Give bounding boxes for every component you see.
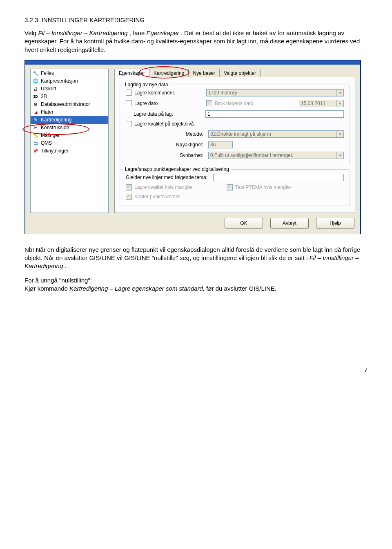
field-label: Synbarhet: bbox=[158, 152, 206, 158]
dialog-titlebar bbox=[25, 61, 360, 65]
ruler-icon: 📏 bbox=[32, 132, 39, 139]
globe-icon: 🌐 bbox=[32, 78, 39, 84]
hjelp-button[interactable]: Hjelp bbox=[316, 218, 354, 229]
chevron-down-icon: ▾ bbox=[336, 130, 344, 138]
checkbox-lagre-kvalitet-mangler bbox=[126, 184, 132, 190]
text: , fane bbox=[129, 29, 147, 36]
checkbox-lagre-dato[interactable] bbox=[126, 100, 132, 106]
surfaces-icon: ◪ bbox=[32, 109, 39, 115]
3d-icon: 3D bbox=[32, 93, 39, 100]
field-label: Lagre data på lag: bbox=[134, 111, 203, 117]
sidebar-item-label: Databaseadministrator bbox=[41, 101, 90, 107]
menu-path: Kartredigering – Lagre egenskaper som st… bbox=[69, 285, 206, 292]
sidebar-item-maalinger[interactable]: 📏 Målinger bbox=[31, 132, 108, 139]
settings-category-list[interactable]: 🔧 Felles 🌐 Kartpresentasjon 🖨 Utskrift 3… bbox=[30, 69, 109, 213]
gear-icon: ⚙ bbox=[32, 101, 39, 108]
checkbox-bruk-dagens-dato bbox=[206, 100, 212, 106]
intro-paragraph: Velg Fil – Innstillinger – Kartredigerin… bbox=[24, 29, 368, 54]
folder-icon: 🗀 bbox=[32, 140, 39, 146]
tab-panel-egenskaper: Lagring av nye data Lagre kommunenr. 172… bbox=[114, 77, 355, 213]
dato-field: 15.03.2011 bbox=[299, 100, 336, 107]
metode-field: 82:Direkte innlagt på skjerm bbox=[208, 130, 336, 138]
text: før du avslutter GIS/LINE. bbox=[206, 285, 276, 292]
tab-nye-baser[interactable]: Nye baser bbox=[188, 69, 220, 77]
ok-button[interactable]: OK bbox=[225, 218, 263, 229]
sidebar-item-label: 3D bbox=[41, 94, 47, 99]
sidebar-item-label: Kartpresentasjon bbox=[41, 78, 78, 84]
page-number: 7 bbox=[24, 366, 368, 373]
synbarhet-field: 0:Fullt ut synlig/gjenfinnbar i terrenge… bbox=[208, 152, 336, 159]
section-heading: 3.2.3. INNSTILLINGER KARTREDIGERING bbox=[24, 16, 368, 23]
sidebar-item-3d[interactable]: 3D 3D bbox=[31, 93, 108, 101]
settings-dialog: 🔧 Felles 🌐 Kartpresentasjon 🖨 Utskrift 3… bbox=[24, 60, 361, 234]
field-label: Gjelder nye linjer med følgende tema: bbox=[126, 175, 207, 180]
sidebar-item-databaseadmin[interactable]: ⚙ Databaseadministrator bbox=[31, 101, 108, 108]
group-lagring-nye-data: Lagring av nye data Lagre kommunenr. 172… bbox=[120, 85, 350, 165]
sidebar-item-kartredigering[interactable]: ✎ Kartredigering bbox=[31, 116, 108, 124]
tab-bar: Egenskaper Kartredigering Nye baser Valg… bbox=[114, 69, 355, 77]
checkbox-lagre-kommunenr[interactable] bbox=[126, 90, 132, 96]
checkbox-label: Kopier punktnummer bbox=[134, 194, 180, 199]
tool-icon: 🔧 bbox=[32, 70, 39, 76]
checkbox-tast-ptema bbox=[227, 184, 233, 190]
avoid-reset-paragraph: For å unngå "nullstilling": Kjør kommand… bbox=[24, 276, 368, 293]
checkbox-label: Lagre kvalitet på objektnivå bbox=[134, 121, 194, 127]
chevron-down-icon: ▾ bbox=[336, 152, 344, 159]
chevron-down-icon: ▾ bbox=[336, 89, 344, 96]
text: Velg bbox=[24, 29, 38, 36]
sidebar-item-label: Målinger bbox=[41, 132, 60, 138]
checkbox-label: Lagre kommunenr. bbox=[134, 90, 204, 96]
avbryt-button[interactable]: Avbryt bbox=[270, 218, 309, 229]
sidebar-item-label: Felles bbox=[41, 70, 54, 76]
tema-field[interactable] bbox=[213, 174, 344, 181]
pin-icon: 📌 bbox=[32, 148, 39, 154]
checkbox-lagre-kvalitet-objektnivaa[interactable] bbox=[126, 121, 132, 127]
tab-valgte-objekter[interactable]: Valgte objekter bbox=[219, 69, 261, 77]
group-legend: Lagre/snapp punktegenskaper ved digitali… bbox=[123, 166, 231, 172]
menu-path: Fil – Innstillinger – Kartredigering bbox=[38, 29, 127, 36]
text: Kjør kommando bbox=[24, 285, 69, 292]
lag-field[interactable]: 1 bbox=[205, 110, 344, 118]
field-label: Metode: bbox=[158, 131, 206, 137]
dialog-buttons: OK Avbryt Hjelp bbox=[25, 213, 360, 234]
group-lagre-snapp-punktegenskaper: Lagre/snapp punktegenskaper ved digitali… bbox=[120, 169, 350, 206]
group-legend: Lagring av nye data bbox=[123, 82, 169, 87]
noyaktighet-field: 36 bbox=[208, 141, 233, 148]
sidebar-item-utskrift[interactable]: 🖨 Utskrift bbox=[31, 85, 108, 93]
chevron-down-icon: ▾ bbox=[336, 100, 344, 107]
sidebar-item-kartpresentasjon[interactable]: 🌐 Kartpresentasjon bbox=[31, 77, 108, 85]
sidebar-item-flater[interactable]: ◪ Flater bbox=[31, 108, 108, 116]
sidebar-item-label: Flater bbox=[41, 109, 53, 115]
sidebar-item-label: Konstruksjon bbox=[41, 125, 69, 130]
text: Nb! bbox=[24, 246, 36, 253]
text: . bbox=[65, 262, 66, 269]
sidebar-item-label: Kartredigering bbox=[41, 117, 71, 123]
sidebar-item-konstruksjon[interactable]: ✂ Konstruksjon bbox=[31, 124, 108, 132]
sidebar-item-felles[interactable]: 🔧 Felles bbox=[31, 69, 108, 77]
sidebar-item-label: QMS bbox=[41, 140, 52, 146]
note-paragraph: Nb! Når en digitaliserer nye grenser og … bbox=[24, 246, 368, 271]
map-edit-icon: ✎ bbox=[32, 117, 39, 123]
printer-icon: 🖨 bbox=[32, 85, 39, 92]
tab-egenskaper[interactable]: Egenskaper bbox=[114, 69, 149, 77]
sidebar-item-tilknytninger[interactable]: 📌 Tilknytninger bbox=[31, 147, 108, 155]
construction-icon: ✂ bbox=[32, 124, 39, 131]
tab-name: Egenskaper bbox=[147, 29, 179, 36]
sidebar-item-label: Utskrift bbox=[41, 86, 56, 92]
kommune-field: 1729:Inderøy bbox=[206, 89, 336, 96]
tab-kartredigering[interactable]: Kartredigering bbox=[149, 69, 189, 77]
checkbox-kopier-punktnummer bbox=[126, 194, 132, 200]
field-label: Nøyaktighet: bbox=[158, 142, 206, 148]
checkbox-label: Tast PTEMA hvis mangler bbox=[235, 184, 291, 190]
sidebar-item-qms[interactable]: 🗀 QMS bbox=[31, 139, 108, 147]
text: For å unngå "nullstilling": bbox=[24, 277, 92, 284]
checkbox-label: Bruk dagens dato bbox=[215, 101, 296, 106]
checkbox-label: Lagre dato bbox=[134, 101, 204, 106]
sidebar-item-label: Tilknytninger bbox=[41, 148, 69, 154]
checkbox-label: Lagre kvalitet hvis mangler bbox=[134, 184, 224, 190]
